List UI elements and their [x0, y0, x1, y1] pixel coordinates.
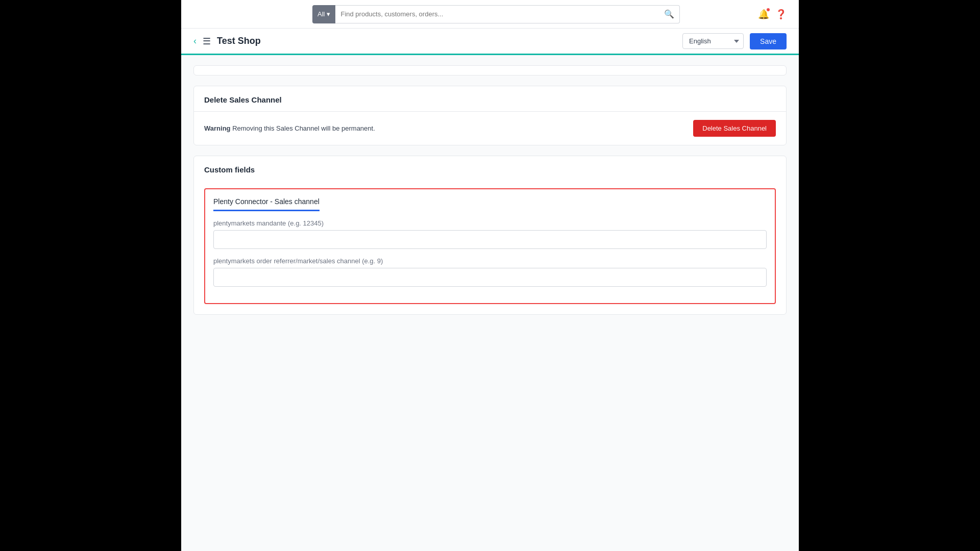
search-filter-label: All: [317, 10, 325, 18]
delete-card-header: Delete Sales Channel: [194, 86, 786, 111]
field-group-1: plentymarkets mandante (e.g. 12345): [213, 219, 767, 249]
custom-fields-body: Plenty Connector - Sales channel plentym…: [194, 181, 786, 314]
secondary-nav-left: ‹ ☰ Test Shop: [193, 36, 261, 47]
field2-label: plentymarkets order referrer/market/sale…: [213, 257, 767, 265]
back-button[interactable]: ‹: [193, 36, 197, 46]
chevron-left-icon: ‹: [193, 36, 197, 46]
search-filter-button[interactable]: All: [312, 5, 335, 23]
top-stub-card: [193, 65, 787, 76]
page-title: Test Shop: [217, 36, 261, 46]
search-icon: 🔍: [664, 10, 674, 18]
top-navigation: All 🔍 🔔 ❓: [181, 0, 799, 29]
custom-fields-card: Custom fields Plenty Connector - Sales c…: [193, 156, 787, 315]
save-button[interactable]: Save: [750, 33, 787, 49]
search-filter-chevron-icon: [327, 10, 330, 18]
search-input-wrap: 🔍: [335, 5, 680, 23]
menu-icon: ☰: [203, 36, 211, 46]
delete-sales-channel-button[interactable]: Delete Sales Channel: [693, 120, 776, 137]
search-area: All 🔍: [312, 5, 680, 23]
help-button[interactable]: ❓: [775, 9, 787, 20]
warning-message: Warning Removing this Sales Channel will…: [204, 124, 375, 132]
help-icon: ❓: [775, 9, 787, 19]
custom-fields-header: Custom fields: [194, 156, 786, 181]
search-input[interactable]: [340, 10, 664, 18]
main-content: Delete Sales Channel Warning Removing th…: [181, 55, 799, 551]
connector-title: Plenty Connector - Sales channel: [213, 197, 320, 211]
language-select[interactable]: English: [682, 33, 744, 49]
secondary-nav-right: English Save: [682, 33, 787, 49]
notifications-button[interactable]: 🔔: [758, 9, 769, 20]
menu-icon-button[interactable]: ☰: [203, 36, 211, 47]
delete-section-title: Delete Sales Channel: [204, 95, 776, 104]
notification-dot: [766, 8, 770, 12]
field-group-2: plentymarkets order referrer/market/sale…: [213, 257, 767, 287]
connector-box: Plenty Connector - Sales channel plentym…: [204, 188, 776, 304]
delete-card-body: Warning Removing this Sales Channel will…: [194, 111, 786, 145]
custom-fields-title: Custom fields: [204, 165, 776, 174]
search-submit-button[interactable]: 🔍: [664, 9, 674, 19]
field1-input[interactable]: [213, 230, 767, 249]
nav-right-icons: 🔔 ❓: [758, 9, 787, 20]
secondary-navigation: ‹ ☰ Test Shop English Save: [181, 29, 799, 55]
field2-input[interactable]: [213, 268, 767, 287]
warning-text: Removing this Sales Channel will be perm…: [231, 124, 375, 132]
field1-label: plentymarkets mandante (e.g. 12345): [213, 219, 767, 227]
warning-label: Warning: [204, 124, 231, 132]
delete-sales-channel-card: Delete Sales Channel Warning Removing th…: [193, 86, 787, 145]
